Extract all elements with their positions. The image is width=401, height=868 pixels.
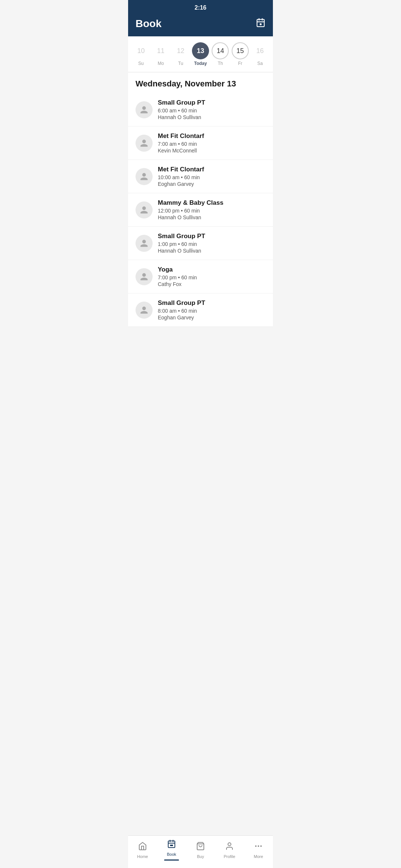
day-label-14: Th [218, 61, 223, 66]
class-item-6[interactable]: Small Group PT 8:00 am • 60 min Eoghan G… [128, 293, 273, 327]
class-list: Small Group PT 6:00 am • 60 min Hannah O… [128, 93, 273, 327]
page-title: Book [136, 18, 162, 30]
class-avatar-1 [136, 135, 153, 152]
calendar-strip: 10 Su 11 Mo 12 Tu 13 Today 14 Th 15 Fr 1… [128, 36, 273, 72]
class-name-1: Met Fit Clontarf [158, 132, 265, 140]
day-13[interactable]: 13 Today [191, 42, 210, 66]
class-avatar-2 [136, 168, 153, 185]
day-number-11: 11 [152, 42, 169, 59]
class-avatar-5 [136, 268, 153, 285]
day-12[interactable]: 12 Tu [171, 42, 190, 66]
day-11[interactable]: 11 Mo [151, 42, 170, 66]
class-instructor-4: Hannah O Sullivan [158, 248, 265, 254]
class-item-3[interactable]: Mammy & Baby Class 12:00 pm • 60 min Han… [128, 193, 273, 227]
day-16[interactable]: 16 Sa [250, 42, 270, 66]
day-label-10: Su [138, 61, 144, 66]
class-item-5[interactable]: Yoga 7:00 pm • 60 min Cathy Fox [128, 260, 273, 293]
class-time-4: 1:00 pm • 60 min [158, 241, 265, 247]
day-label-11: Mo [158, 61, 164, 66]
class-instructor-1: Kevin McConnell [158, 148, 265, 154]
class-name-6: Small Group PT [158, 299, 265, 307]
class-instructor-3: Hannah O Sullivan [158, 214, 265, 220]
class-instructor-0: Hannah O Sullivan [158, 114, 265, 120]
day-label-13: Today [194, 61, 207, 66]
class-time-2: 10:00 am • 60 min [158, 174, 265, 180]
day-15[interactable]: 15 Fr [231, 42, 250, 66]
day-label-15: Fr [238, 61, 242, 66]
class-info-6: Small Group PT 8:00 am • 60 min Eoghan G… [158, 299, 265, 320]
status-bar: 2:16 [128, 0, 273, 14]
class-name-0: Small Group PT [158, 99, 265, 106]
day-10[interactable]: 10 Su [131, 42, 151, 66]
class-avatar-4 [136, 235, 153, 252]
class-name-2: Met Fit Clontarf [158, 166, 265, 173]
class-item-2[interactable]: Met Fit Clontarf 10:00 am • 60 min Eogha… [128, 160, 273, 193]
svg-rect-0 [257, 19, 264, 27]
class-avatar-0 [136, 101, 153, 118]
day-number-12: 12 [172, 42, 189, 59]
class-time-1: 7:00 am • 60 min [158, 141, 265, 147]
class-instructor-5: Cathy Fox [158, 281, 265, 287]
header: Book [128, 14, 273, 36]
day-number-13: 13 [192, 42, 209, 59]
class-instructor-6: Eoghan Garvey [158, 315, 265, 320]
day-14[interactable]: 14 Th [211, 42, 230, 66]
date-heading-container: Wednesday, November 13 [128, 72, 273, 93]
class-info-1: Met Fit Clontarf 7:00 am • 60 min Kevin … [158, 132, 265, 154]
class-time-0: 6:00 am • 60 min [158, 108, 265, 114]
class-info-2: Met Fit Clontarf 10:00 am • 60 min Eogha… [158, 166, 265, 187]
class-info-0: Small Group PT 6:00 am • 60 min Hannah O… [158, 99, 265, 120]
class-name-3: Mammy & Baby Class [158, 199, 265, 207]
class-name-4: Small Group PT [158, 233, 265, 240]
class-time-5: 7:00 pm • 60 min [158, 274, 265, 280]
day-number-16: 16 [251, 42, 268, 59]
class-info-5: Yoga 7:00 pm • 60 min Cathy Fox [158, 266, 265, 287]
day-number-10: 10 [133, 42, 150, 59]
day-label-12: Tu [178, 61, 183, 66]
class-info-3: Mammy & Baby Class 12:00 pm • 60 min Han… [158, 199, 265, 220]
class-time-3: 12:00 pm • 60 min [158, 208, 265, 214]
class-time-6: 8:00 am • 60 min [158, 308, 265, 314]
day-number-15: 15 [232, 42, 249, 59]
day-number-14: 14 [212, 42, 229, 59]
calendar-icon[interactable] [256, 18, 265, 30]
class-instructor-2: Eoghan Garvey [158, 181, 265, 187]
day-label-16: Sa [257, 61, 263, 66]
class-name-5: Yoga [158, 266, 265, 273]
svg-point-4 [260, 24, 261, 25]
class-item-0[interactable]: Small Group PT 6:00 am • 60 min Hannah O… [128, 93, 273, 126]
class-item-1[interactable]: Met Fit Clontarf 7:00 am • 60 min Kevin … [128, 126, 273, 160]
status-time: 2:16 [195, 4, 206, 11]
class-avatar-6 [136, 302, 153, 319]
class-info-4: Small Group PT 1:00 pm • 60 min Hannah O… [158, 233, 265, 254]
class-avatar-3 [136, 201, 153, 218]
date-heading: Wednesday, November 13 [136, 79, 236, 88]
class-item-4[interactable]: Small Group PT 1:00 pm • 60 min Hannah O… [128, 227, 273, 260]
